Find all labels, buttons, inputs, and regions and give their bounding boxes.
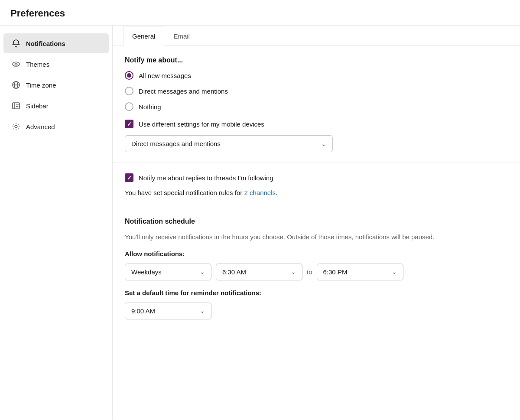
tab-bar: General Email bbox=[113, 26, 520, 46]
globe-icon bbox=[11, 80, 21, 90]
schedule-section: Notification schedule You'll only receiv… bbox=[113, 207, 520, 330]
radio-nothing-label: Nothing bbox=[139, 103, 161, 111]
sidebar-item-notifications[interactable]: Notifications bbox=[3, 33, 109, 53]
schedule-description: You'll only receive notifications in the… bbox=[125, 232, 508, 242]
eye-icon bbox=[11, 59, 21, 69]
mobile-dropdown-arrow: ⌄ bbox=[321, 140, 326, 147]
svg-point-9 bbox=[15, 125, 17, 128]
mobile-checkbox-box bbox=[125, 120, 133, 128]
channels-link[interactable]: 2 channels bbox=[244, 189, 276, 196]
sidebar-item-advanced[interactable]: Advanced bbox=[3, 117, 109, 137]
start-time-dropdown[interactable]: 6:30 AM ⌄ bbox=[216, 264, 302, 280]
reminder-section: Set a default time for reminder notifica… bbox=[125, 289, 508, 319]
days-dropdown-arrow: ⌄ bbox=[200, 268, 205, 275]
schedule-row: Weekdays ⌄ 6:30 AM ⌄ to 6:30 PM ⌄ bbox=[125, 264, 508, 280]
sidebar-item-sidebar-label: Sidebar bbox=[26, 102, 49, 110]
tab-general[interactable]: General bbox=[123, 26, 164, 46]
svg-point-1 bbox=[15, 63, 17, 65]
radio-nothing[interactable]: Nothing bbox=[125, 102, 508, 111]
reminder-value: 9:00 AM bbox=[131, 307, 155, 315]
to-label: to bbox=[307, 268, 312, 276]
reminder-arrow: ⌄ bbox=[200, 307, 205, 314]
end-time-value: 6:30 PM bbox=[323, 268, 348, 276]
threads-checkbox-box bbox=[125, 173, 133, 182]
svg-point-0 bbox=[13, 62, 20, 66]
schedule-title: Notification schedule bbox=[125, 218, 508, 225]
radio-all-messages[interactable]: All new messages bbox=[125, 71, 508, 80]
gear-icon bbox=[11, 122, 21, 131]
start-time-arrow: ⌄ bbox=[291, 268, 296, 275]
notify-title: Notify me about... bbox=[125, 56, 508, 64]
tab-email[interactable]: Email bbox=[164, 26, 199, 46]
mobile-checkbox-label: Use different settings for my mobile dev… bbox=[139, 120, 264, 128]
start-time-value: 6:30 AM bbox=[222, 268, 246, 276]
sidebar-item-notifications-label: Notifications bbox=[26, 40, 65, 47]
notify-radio-group: All new messages Direct messages and men… bbox=[125, 71, 508, 111]
radio-direct-messages[interactable]: Direct messages and mentions bbox=[125, 87, 508, 95]
radio-direct-label: Direct messages and mentions bbox=[139, 88, 228, 95]
mobile-dropdown-value: Direct messages and mentions bbox=[131, 140, 221, 147]
radio-circle-all bbox=[125, 71, 133, 80]
threads-section: Notify me about replies to threads I'm f… bbox=[113, 163, 520, 207]
sidebar-item-themes[interactable]: Themes bbox=[3, 54, 109, 74]
end-time-dropdown[interactable]: 6:30 PM ⌄ bbox=[317, 264, 403, 280]
reminder-label: Set a default time for reminder notifica… bbox=[125, 289, 508, 296]
reminder-dropdown[interactable]: 9:00 AM ⌄ bbox=[125, 303, 211, 319]
days-dropdown-value: Weekdays bbox=[131, 268, 162, 276]
sidebar-item-advanced-label: Advanced bbox=[26, 123, 55, 130]
sidebar: Notifications Themes Time zone bbox=[0, 26, 113, 420]
radio-circle-direct bbox=[125, 87, 133, 95]
sidebar-item-timezone[interactable]: Time zone bbox=[3, 75, 109, 95]
threads-checkbox[interactable]: Notify me about replies to threads I'm f… bbox=[125, 173, 508, 182]
svg-rect-5 bbox=[13, 103, 20, 109]
special-rules-text: You have set special notification rules … bbox=[125, 189, 508, 196]
mobile-dropdown[interactable]: Direct messages and mentions ⌄ bbox=[125, 135, 333, 152]
notify-section: Notify me about... All new messages Dire… bbox=[113, 46, 520, 163]
days-dropdown[interactable]: Weekdays ⌄ bbox=[125, 264, 211, 280]
main-content: General Email Notify me about... All new… bbox=[113, 26, 520, 420]
radio-circle-nothing bbox=[125, 102, 133, 111]
page-title: Preferences bbox=[10, 8, 510, 19]
threads-checkbox-label: Notify me about replies to threads I'm f… bbox=[139, 174, 273, 182]
sidebar-item-themes-label: Themes bbox=[26, 61, 49, 68]
sidebar-item-sidebar[interactable]: Sidebar bbox=[3, 96, 109, 116]
bell-icon bbox=[11, 39, 21, 48]
radio-all-label: All new messages bbox=[139, 72, 191, 79]
end-time-arrow: ⌄ bbox=[392, 268, 397, 275]
sidebar-icon bbox=[11, 101, 21, 111]
allow-label: Allow notifications: bbox=[125, 250, 508, 257]
mobile-checkbox[interactable]: Use different settings for my mobile dev… bbox=[125, 120, 508, 128]
sidebar-item-timezone-label: Time zone bbox=[26, 81, 56, 89]
